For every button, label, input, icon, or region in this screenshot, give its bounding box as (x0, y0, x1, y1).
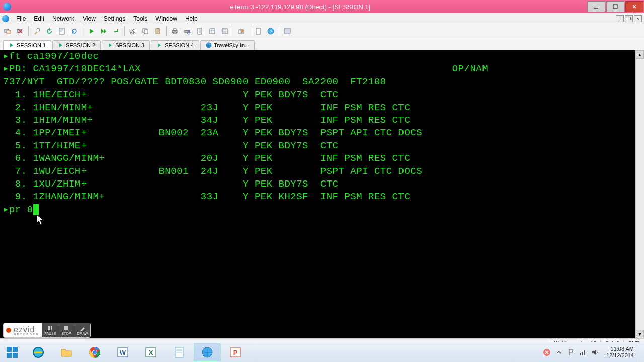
svg-rect-33 (13, 353, 18, 358)
connect-icon[interactable] (2, 26, 13, 37)
play-all-icon[interactable] (98, 26, 109, 37)
mdi-minimize-button[interactable]: – (616, 15, 624, 22)
menu-edit[interactable]: Edit (30, 14, 48, 23)
minimize-button[interactable] (587, 1, 605, 12)
svg-text:W: W (120, 349, 126, 356)
svg-rect-5 (59, 28, 64, 34)
menu-settings[interactable]: Settings (100, 14, 129, 23)
svg-rect-17 (198, 28, 202, 34)
svg-rect-32 (7, 353, 12, 358)
window-titlebar: eTerm 3 -122.119.129.98 (Direct) - [SESS… (0, 0, 644, 13)
scroll-track[interactable] (636, 59, 644, 330)
tool-wrench-icon[interactable] (31, 26, 42, 37)
system-tray: 11:08 AM12/12/2014 (543, 342, 639, 362)
document-icon[interactable] (194, 26, 205, 37)
svg-rect-14 (173, 32, 176, 34)
taskbar-clock[interactable]: 11:08 AM12/12/2014 (603, 346, 637, 359)
svg-text:?: ? (269, 29, 272, 34)
scroll-up-button[interactable]: ▲ (636, 50, 644, 59)
svg-rect-9 (144, 30, 148, 34)
scroll-down-button[interactable]: ▼ (636, 330, 644, 338)
menu-window[interactable]: Window (151, 14, 181, 23)
export-icon[interactable] (236, 26, 247, 37)
close-button[interactable] (625, 1, 643, 12)
tray-chevron-up-icon[interactable] (555, 348, 563, 356)
svg-rect-25 (286, 34, 289, 34)
svg-rect-28 (51, 326, 52, 330)
start-button[interactable] (0, 342, 24, 363)
tab-label: SESSION 2 (66, 42, 95, 48)
session-icon (58, 42, 64, 48)
taskbar-word[interactable]: W (109, 343, 136, 361)
recorder-draw-button[interactable]: DRAW (74, 323, 90, 337)
play-icon[interactable] (86, 26, 97, 37)
recording-indicator-icon (6, 328, 11, 333)
tab-travelsky[interactable]: TravelSky In... (200, 40, 255, 50)
recorder-pause-button[interactable]: PAUSE (42, 323, 58, 337)
menu-network[interactable]: Network (48, 14, 78, 23)
tray-volume-icon[interactable] (591, 348, 599, 356)
tab-label: TravelSky In... (214, 42, 249, 48)
svg-rect-48 (582, 352, 583, 355)
svg-rect-31 (13, 347, 18, 352)
menubar: File Edit Network View Settings Tools Wi… (0, 13, 644, 24)
disconnect-icon[interactable] (15, 26, 26, 37)
svg-rect-49 (584, 350, 585, 355)
terminal-screen[interactable]: ▸ft ca1997/10dec ▸PD: CA1997/10DEC14*LAX… (0, 50, 644, 338)
form-icon[interactable] (207, 26, 218, 37)
return-icon[interactable] (111, 26, 122, 37)
session-icon (156, 42, 163, 48)
vertical-scrollbar[interactable]: ▲ ▼ (635, 50, 644, 338)
taskbar-excel[interactable]: X (137, 343, 165, 361)
tool-refresh-icon[interactable] (44, 26, 55, 37)
terminal-icon[interactable] (282, 26, 293, 37)
cut-icon[interactable] (127, 26, 138, 37)
windows-taskbar: W X P 11:08 AM12/12/2014 (0, 342, 644, 362)
paste-icon[interactable] (152, 26, 164, 37)
maximize-button[interactable] (606, 1, 624, 12)
svg-rect-30 (7, 347, 12, 352)
tab-session-1[interactable]: SESSION 1 (3, 40, 51, 50)
mdi-close-button[interactable]: × (634, 15, 642, 22)
mdi-restore-button[interactable]: ❐ (625, 15, 633, 22)
svg-rect-47 (580, 353, 581, 355)
toolbar: ? (0, 24, 644, 38)
svg-point-6 (130, 32, 132, 34)
menu-tools[interactable]: Tools (129, 14, 151, 23)
recorder-brand: ezvidRECORDER (14, 325, 42, 336)
recorder-stop-button[interactable]: STOP (58, 323, 74, 337)
print-icon[interactable] (169, 26, 180, 37)
tool-reload-icon[interactable] (69, 26, 80, 37)
new-page-icon[interactable] (253, 26, 264, 37)
menu-view[interactable]: View (78, 14, 100, 23)
menu-help[interactable]: Help (181, 14, 202, 23)
show-desktop-button[interactable] (639, 342, 644, 363)
tray-app-icon[interactable] (543, 348, 551, 356)
svg-text:X: X (149, 349, 153, 356)
taskbar-chrome[interactable] (81, 343, 108, 361)
window-title: eTerm 3 -122.119.129.98 (Direct) - [SESS… (14, 3, 587, 11)
tray-network-icon[interactable] (579, 348, 587, 356)
svg-rect-13 (173, 29, 176, 30)
app-icon (3, 3, 11, 11)
app-icon-small (2, 15, 9, 22)
tray-flag-icon[interactable] (567, 348, 575, 356)
taskbar-explorer[interactable] (53, 343, 80, 361)
print-preview-icon[interactable] (182, 26, 193, 37)
copy-icon[interactable] (140, 26, 151, 37)
menu-file[interactable]: File (12, 14, 30, 23)
taskbar-powerpoint[interactable]: P (222, 343, 249, 361)
tab-session-3[interactable]: SESSION 3 (102, 40, 150, 50)
help-icon[interactable]: ? (265, 26, 276, 37)
list-icon[interactable] (219, 26, 230, 37)
taskbar-eterm[interactable] (194, 343, 221, 361)
tool-page-icon[interactable] (56, 26, 67, 37)
taskbar-notepad[interactable] (166, 343, 193, 361)
svg-rect-18 (210, 29, 215, 34)
tab-label: SESSION 1 (17, 42, 46, 48)
svg-rect-29 (64, 326, 68, 330)
tab-session-2[interactable]: SESSION 2 (52, 40, 101, 50)
tab-session-4[interactable]: SESSION 4 (151, 40, 199, 50)
taskbar-ie[interactable] (25, 343, 52, 361)
tab-label: SESSION 4 (165, 42, 194, 48)
